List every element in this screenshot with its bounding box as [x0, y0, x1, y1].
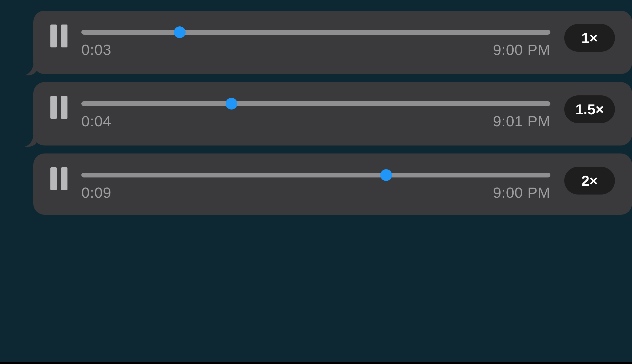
bottom-edge	[0, 362, 632, 364]
time-row: 0:09 9:00 PM	[81, 184, 550, 201]
time-row: 0:03 9:00 PM	[81, 41, 550, 58]
pause-button[interactable]	[50, 167, 67, 190]
timestamp: 9:00 PM	[493, 41, 550, 58]
voice-message-bubble: 0:03 9:00 PM 1×	[33, 11, 632, 74]
timestamp: 9:01 PM	[493, 112, 550, 130]
player-center: 0:04 9:01 PM	[81, 101, 550, 130]
voice-message-row: 0:04 9:01 PM 1.5×	[0, 82, 632, 145]
progress-thumb[interactable]	[174, 26, 186, 38]
elapsed-time: 0:09	[81, 184, 111, 201]
progress-thumb[interactable]	[380, 169, 392, 181]
player-center: 0:09 9:00 PM	[81, 173, 550, 201]
playback-speed-button[interactable]: 1.5×	[564, 95, 615, 123]
pause-button[interactable]	[50, 96, 67, 119]
voice-message-bubble: 0:04 9:01 PM 1.5×	[33, 82, 632, 145]
pause-icon	[61, 25, 67, 47]
playback-speed-button[interactable]: 1×	[564, 24, 615, 52]
timestamp: 9:00 PM	[493, 184, 550, 201]
voice-message-row: 0:09 9:00 PM 2×	[0, 153, 632, 215]
progress-thumb[interactable]	[226, 98, 237, 110]
bubble-tail	[25, 131, 42, 147]
bubble-tail	[25, 60, 42, 76]
elapsed-time: 0:03	[81, 41, 111, 58]
player-center: 0:03 9:00 PM	[81, 30, 550, 58]
pause-icon	[50, 25, 57, 47]
time-row: 0:04 9:01 PM	[81, 112, 550, 130]
progress-track[interactable]	[81, 30, 550, 35]
pause-button[interactable]	[50, 25, 67, 47]
bubble-tail	[33, 200, 42, 215]
pause-icon	[50, 96, 57, 119]
pause-icon	[61, 96, 67, 119]
pause-icon	[50, 167, 57, 190]
pause-icon	[61, 167, 67, 190]
elapsed-time: 0:04	[81, 112, 111, 130]
voice-message-row: 0:03 9:00 PM 1×	[0, 11, 632, 74]
playback-speed-button[interactable]: 2×	[564, 167, 615, 195]
voice-message-bubble: 0:09 9:00 PM 2×	[33, 153, 632, 215]
progress-track[interactable]	[81, 101, 550, 106]
progress-track[interactable]	[81, 173, 550, 177]
